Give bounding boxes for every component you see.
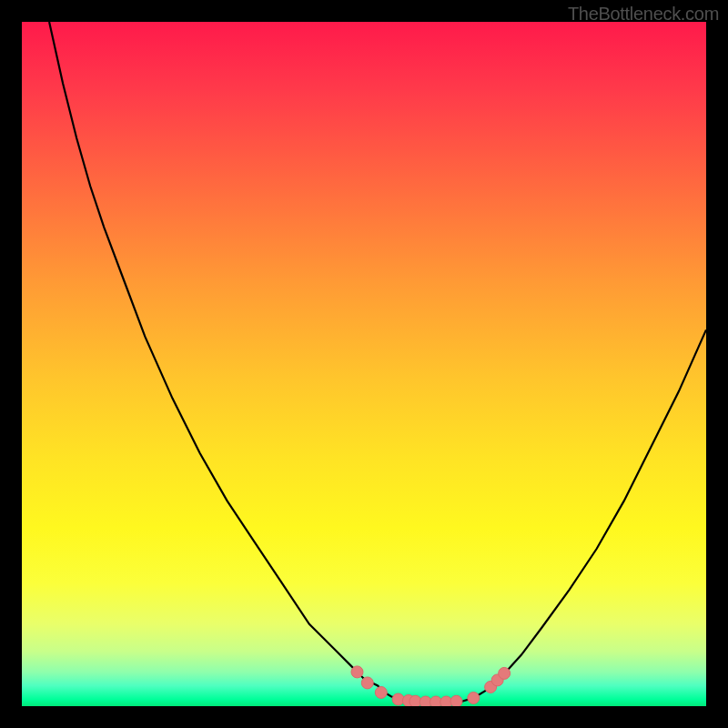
optimal-range-markers bbox=[351, 666, 511, 706]
marker-point bbox=[375, 686, 387, 698]
marker-point bbox=[499, 667, 511, 679]
marker-point bbox=[351, 666, 363, 678]
marker-point bbox=[450, 695, 462, 706]
watermark-text: TheBottleneck.com bbox=[568, 4, 719, 25]
chart-svg bbox=[22, 22, 706, 706]
bottleneck-curve bbox=[49, 22, 706, 703]
outer-frame: TheBottleneck.com bbox=[0, 0, 728, 728]
marker-point bbox=[361, 677, 373, 689]
marker-point bbox=[468, 692, 480, 703]
plot-area bbox=[22, 22, 706, 706]
